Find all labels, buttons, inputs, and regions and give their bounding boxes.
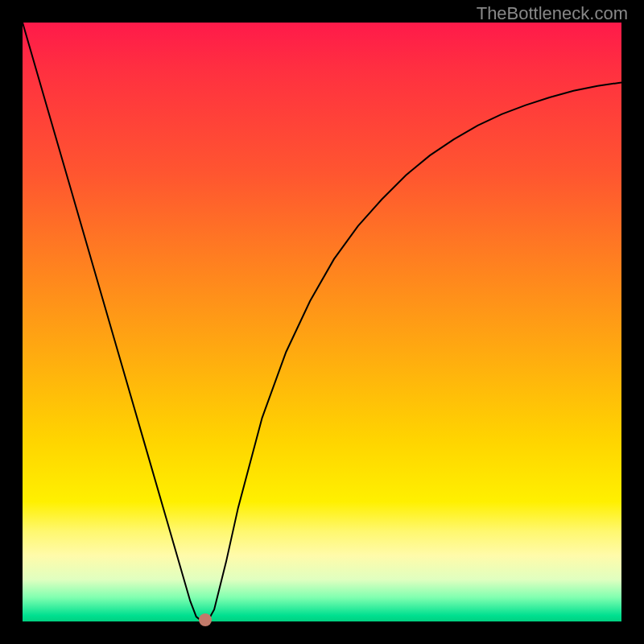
chart-container: TheBottleneck.com <box>0 0 644 644</box>
optimum-marker <box>199 613 212 626</box>
watermark-text: TheBottleneck.com <box>477 3 628 24</box>
bottleneck-curve <box>23 23 621 621</box>
curve-overlay <box>23 23 621 621</box>
